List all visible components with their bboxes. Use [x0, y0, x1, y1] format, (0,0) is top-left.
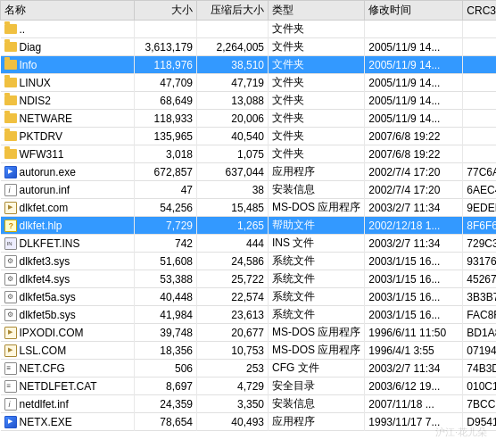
parent-icon [4, 24, 17, 34]
col-compressed[interactable]: 压缩后大小 [197, 1, 269, 21]
file-name: Diag [20, 41, 42, 54]
compressed-cell: 20,006 [197, 110, 269, 128]
file-name: netdlfet.inf [20, 398, 69, 411]
type-cell: CFG 文件 [269, 360, 365, 377]
compressed-cell: 20,677 [197, 324, 269, 342]
compressed-cell: 10,753 [197, 342, 269, 360]
size-cell: 78,654 [135, 413, 197, 431]
modified-cell: 2003/6/12 19... [365, 377, 463, 395]
table-row[interactable]: NET.CFG506253CFG 文件2003/2/7 11:3474B3DC.… [1, 360, 497, 377]
table-row[interactable]: NETWARE118,93320,006文件夹2005/11/9 14... [1, 110, 497, 128]
name-cell: Info [1, 56, 135, 74]
col-size[interactable]: 大小 [135, 1, 197, 21]
compressed-cell: 1,075 [197, 145, 269, 163]
modified-cell: 2003/2/7 11:34 [365, 199, 463, 217]
crc-cell [463, 56, 496, 74]
table-row[interactable]: WFW3113,0181,075文件夹2007/6/8 19:22 [1, 145, 497, 163]
table-row[interactable]: LSL.COM18,35610,753MS-DOS 应用程序1996/4/1 3… [1, 342, 497, 360]
table-row[interactable]: NETX.EXE78,65440,493应用程序1993/11/17 7...D… [1, 413, 497, 431]
table-row[interactable]: PKTDRV135,96540,540文件夹2007/6/8 19:22 [1, 128, 497, 145]
com-icon [4, 327, 17, 339]
table-row[interactable]: IPXODI.COM39,74820,677MS-DOS 应用程序1996/6/… [1, 324, 497, 342]
folder-icon [4, 42, 17, 52]
crc-cell [463, 21, 496, 38]
table-row[interactable]: DLKFET.INS742444INS 文件2003/2/7 11:34729C… [1, 235, 497, 253]
type-cell: 安全目录 [269, 377, 365, 395]
sys-icon [4, 273, 17, 286]
table-row[interactable]: autorun.exe672,857637,044应用程序2002/7/4 17… [1, 163, 497, 181]
name-cell: NETX.EXE [1, 413, 135, 431]
type-cell: 文件夹 [269, 128, 365, 145]
table-row[interactable]: Diag3,613,1792,264,005文件夹2005/11/9 14... [1, 38, 497, 56]
table-row[interactable]: Info118,97638,510文件夹2005/11/9 14... [1, 56, 497, 74]
crc-cell: 07194F6B... [463, 342, 496, 360]
type-cell: 帮助文件 [269, 217, 365, 235]
type-cell: 文件夹 [269, 56, 365, 74]
crc-cell [463, 38, 496, 56]
file-name: LSL.COM [20, 344, 67, 357]
size-cell: 40,448 [135, 288, 197, 306]
size-cell: 7,729 [135, 217, 197, 235]
type-cell: 系统文件 [269, 253, 365, 270]
modified-cell: 2005/11/9 14... [365, 56, 463, 74]
name-cell: NETWARE [1, 110, 135, 128]
type-cell: 系统文件 [269, 288, 365, 306]
col-name[interactable]: 名称 [1, 1, 135, 21]
file-name: autorun.inf [20, 184, 70, 196]
table-row[interactable]: netdlfet.inf24,3593,350安装信息2007/11/18 ..… [1, 395, 497, 413]
table-row[interactable]: dlkfet5b.sys41,98423,613系统文件2003/1/15 16… [1, 306, 497, 324]
type-cell: MS-DOS 应用程序 [269, 199, 365, 217]
name-cell: NET.CFG [1, 360, 135, 377]
table-row[interactable]: dlkfet.hlp7,7291,265帮助文件2002/12/18 1...8… [1, 217, 497, 235]
exe-icon [4, 166, 17, 178]
compressed-cell: 38,510 [197, 56, 269, 74]
ins-icon [4, 237, 17, 250]
type-cell: MS-DOS 应用程序 [269, 342, 365, 360]
name-cell: NETDLFET.CAT [1, 377, 135, 395]
cfg-icon [4, 362, 17, 375]
col-crc[interactable]: CRC32 [463, 1, 496, 21]
name-cell: .. [1, 21, 135, 38]
name-cell: autorun.exe [1, 163, 135, 181]
size-cell [135, 21, 197, 38]
compressed-cell: 23,613 [197, 306, 269, 324]
table-row[interactable]: NDIS268,64913,088文件夹2005/11/9 14... [1, 92, 497, 110]
sys-icon [4, 309, 17, 321]
name-cell: LINUX [1, 74, 135, 92]
table-row[interactable]: ..文件夹 [1, 21, 497, 38]
table-row[interactable]: dlkfet3.sys51,60824,586系统文件2003/1/15 16.… [1, 253, 497, 270]
compressed-cell: 2,264,005 [197, 38, 269, 56]
col-modified[interactable]: 修改时间 [365, 1, 463, 21]
modified-cell: 2002/7/4 17:20 [365, 181, 463, 199]
modified-cell: 1993/11/17 7... [365, 413, 463, 431]
name-cell: dlkfet.hlp [1, 217, 135, 235]
table-row[interactable]: dlkfet4.sys53,38825,722系统文件2003/1/15 16.… [1, 270, 497, 288]
type-cell: 文件夹 [269, 74, 365, 92]
hlp-icon [4, 220, 17, 232]
compressed-cell: 13,088 [197, 92, 269, 110]
table-row[interactable]: dlkfet5a.sys40,44822,574系统文件2003/1/15 16… [1, 288, 497, 306]
file-name: dlkfet5b.sys [20, 309, 76, 321]
crc-cell [463, 74, 496, 92]
table-row[interactable]: dlkfet.com54,25615,485MS-DOS 应用程序2003/2/… [1, 199, 497, 217]
type-cell: 文件夹 [269, 21, 365, 38]
modified-cell: 2003/1/15 16... [365, 270, 463, 288]
table-row[interactable]: LINUX47,70947,719文件夹2005/11/9 14... [1, 74, 497, 92]
size-cell: 47,709 [135, 74, 197, 92]
folder-icon [4, 131, 17, 141]
compressed-cell: 637,044 [197, 163, 269, 181]
file-name: autorun.exe [20, 166, 76, 178]
table-row[interactable]: NETDLFET.CAT8,6974,729安全目录2003/6/12 19..… [1, 377, 497, 395]
size-cell: 39,748 [135, 324, 197, 342]
modified-cell: 2005/11/9 14... [365, 92, 463, 110]
size-cell: 18,356 [135, 342, 197, 360]
compressed-cell: 15,485 [197, 199, 269, 217]
col-type[interactable]: 类型 [269, 1, 365, 21]
type-cell: 文件夹 [269, 92, 365, 110]
cat-icon [4, 380, 17, 393]
size-cell: 118,976 [135, 56, 197, 74]
type-cell: 系统文件 [269, 306, 365, 324]
crc-cell: 7BCCEC... [463, 395, 496, 413]
table-row[interactable]: autorun.inf4738安装信息2002/7/4 17:206AEC427… [1, 181, 497, 199]
crc-cell: 6AEC4275... [463, 181, 496, 199]
